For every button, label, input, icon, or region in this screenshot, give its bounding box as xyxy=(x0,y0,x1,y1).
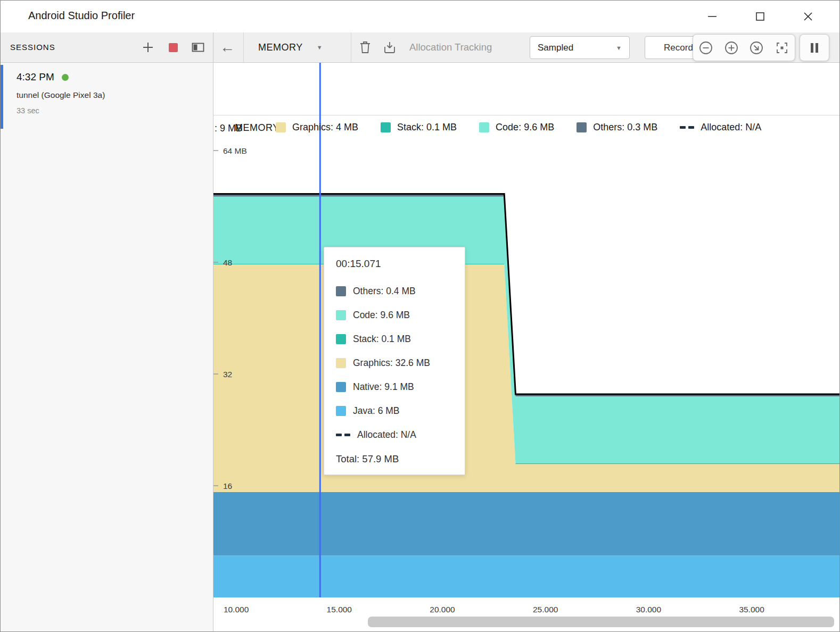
pause-live-button[interactable] xyxy=(800,34,829,61)
titlebar: Android Studio Profiler xyxy=(1,1,839,32)
legend-swatch-others-icon xyxy=(577,122,587,132)
sessions-header: SESSIONS xyxy=(1,32,213,62)
zoom-out-button[interactable] xyxy=(693,35,719,61)
zoom-in-icon xyxy=(724,40,739,55)
session-duration: 33 sec xyxy=(17,106,213,115)
garbage-collect-button[interactable] xyxy=(355,32,375,62)
add-session-button[interactable] xyxy=(139,32,157,62)
tooltip-row-others: Others: 0.4 MB xyxy=(336,286,453,297)
legend-item-code: Code: 9.6 MB xyxy=(479,122,554,133)
stop-session-button[interactable] xyxy=(164,32,182,62)
tooltip-row-allocated: Allocated: N/A xyxy=(336,429,453,440)
tooltip-row-java: Java: 6 MB xyxy=(336,405,453,417)
trash-icon xyxy=(359,40,372,54)
session-entry-header: 4:32 PM xyxy=(17,71,213,83)
tooltip-row-label: Stack: 0.1 MB xyxy=(353,334,411,345)
capture-download-icon xyxy=(383,40,397,54)
maximize-button[interactable] xyxy=(736,1,784,32)
tooltip-timestamp: 00:15.071 xyxy=(336,258,453,270)
memory-timeline-chart[interactable]: 64 MB48321610.00015.00020.00025.00030.00… xyxy=(213,63,839,631)
back-icon: ← xyxy=(220,40,235,55)
tooltip-row-graphics: Graphics: 32.6 MB xyxy=(336,357,453,369)
others-swatch-icon xyxy=(336,286,346,296)
x-axis-label: 35.000 xyxy=(739,605,764,614)
session-device: tunnel (Google Pixel 3a) xyxy=(17,90,213,100)
sampling-mode-value: Sampled xyxy=(538,43,616,53)
legend-swatch-code-icon xyxy=(479,122,489,132)
y-axis-label: 32 xyxy=(223,370,232,379)
record-allocations-button[interactable] xyxy=(380,32,400,62)
legend-label: Stack: 0.1 MB xyxy=(397,122,457,133)
chevron-down-icon: ▼ xyxy=(616,45,622,51)
session-entry[interactable]: 4:32 PM tunnel (Google Pixel 3a) 33 sec xyxy=(1,63,213,115)
legend-swatch-stack-icon xyxy=(381,122,391,132)
zoom-out-icon xyxy=(698,40,713,55)
x-axis-label: 20.000 xyxy=(430,605,455,614)
y-axis-label: 48 xyxy=(223,258,232,267)
collapse-sessions-button[interactable] xyxy=(188,32,208,62)
y-axis-label: 16 xyxy=(223,481,232,490)
tooltip-row-label: Others: 0.4 MB xyxy=(353,286,416,297)
plus-icon xyxy=(142,41,154,53)
area-java xyxy=(213,555,839,597)
live-session-dot xyxy=(62,74,69,81)
pause-icon xyxy=(809,42,820,54)
y-axis-label: 64 MB xyxy=(223,146,247,155)
stage-label-overlay: MEMORY xyxy=(235,122,279,134)
back-button[interactable]: ← xyxy=(218,32,237,62)
chart-legend: Graphics: 4 MB Stack: 0.1 MB Code: 9.6 M… xyxy=(276,122,761,133)
x-axis-label: 15.000 xyxy=(327,605,352,614)
allocated-dash-icon xyxy=(336,434,350,436)
tooltip-row-native: Native: 9.1 MB xyxy=(336,381,453,393)
zoom-in-button[interactable] xyxy=(719,35,744,61)
toolbar-separator xyxy=(351,32,351,62)
tooltip-total: Total: 57.9 MB xyxy=(336,453,453,465)
tooltip-row-label: Java: 6 MB xyxy=(353,405,400,417)
reset-zoom-button[interactable] xyxy=(744,35,770,61)
x-axis-label: 10.000 xyxy=(224,605,249,614)
legend-item-stack: Stack: 0.1 MB xyxy=(381,122,457,133)
stack-swatch-icon xyxy=(336,334,346,344)
code-swatch-icon xyxy=(336,310,346,320)
toolbar-separator xyxy=(243,32,244,62)
maximize-icon xyxy=(755,12,765,21)
horizontal-scrollbar-thumb[interactable] xyxy=(368,617,834,627)
legend-swatch-graphics-icon xyxy=(276,122,286,132)
stop-icon xyxy=(169,43,178,52)
minimize-icon xyxy=(707,12,717,21)
zoom-to-selection-button[interactable] xyxy=(769,35,795,61)
sampling-mode-select[interactable]: Sampled ▼ xyxy=(530,36,630,59)
tooltip-row-stack: Stack: 0.1 MB xyxy=(336,334,453,345)
legend-label: Graphics: 4 MB xyxy=(292,122,358,133)
chevron-down-icon: ▼ xyxy=(317,44,323,51)
tooltip-row-label: Native: 9.1 MB xyxy=(353,381,414,393)
memory-stage-view: 64 MB48321610.00015.00020.00025.00030.00… xyxy=(213,63,839,631)
tooltip-row-label: Code: 9.6 MB xyxy=(353,310,410,321)
sessions-header-label: SESSIONS xyxy=(10,43,55,52)
area-native xyxy=(213,492,839,556)
tooltip-row-label: Graphics: 32.6 MB xyxy=(353,357,430,369)
session-time: 4:32 PM xyxy=(17,71,54,83)
graphics-swatch-icon xyxy=(336,358,346,368)
native-swatch-icon xyxy=(336,382,346,392)
tooltip-row-label: Allocated: N/A xyxy=(357,429,416,440)
allocation-tracking-label: Allocation Tracking xyxy=(409,32,492,62)
legend-item-graphics: Graphics: 4 MB xyxy=(276,122,358,133)
java-swatch-icon xyxy=(336,406,346,416)
legend-item-allocated: Allocated: N/A xyxy=(680,122,761,133)
profiler-toolbar: ← MEMORY ▼ Allocation Tracking xyxy=(213,32,839,62)
window-controls xyxy=(688,1,832,32)
stage-selector-label: MEMORY xyxy=(258,42,303,53)
legend-label: Allocated: N/A xyxy=(701,122,761,133)
sidebar-panel-icon xyxy=(192,42,204,53)
close-icon xyxy=(803,12,813,21)
minimize-button[interactable] xyxy=(688,1,736,32)
tooltip-row-code: Code: 9.6 MB xyxy=(336,310,453,321)
legend-swatch-allocated-icon xyxy=(680,126,694,129)
close-button[interactable] xyxy=(784,1,832,32)
zoom-to-selection-icon xyxy=(775,40,789,55)
legend-label: Others: 0.3 MB xyxy=(593,122,657,133)
reset-zoom-icon xyxy=(749,40,764,55)
chart-tooltip: 00:15.071 Others: 0.4 MB Code: 9.6 MB St… xyxy=(324,247,465,475)
stage-selector[interactable]: MEMORY ▼ xyxy=(258,32,323,62)
